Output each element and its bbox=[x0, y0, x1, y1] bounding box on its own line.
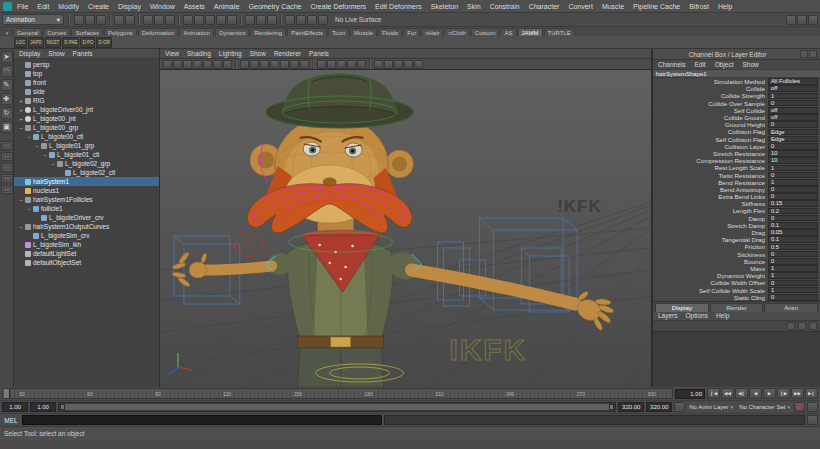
go-to-start-button[interactable]: ❙◀ bbox=[707, 388, 720, 399]
lock-camera-icon[interactable] bbox=[173, 60, 182, 69]
shelf-tab-animation[interactable]: Animation bbox=[179, 28, 214, 36]
range-slider-track[interactable] bbox=[58, 402, 616, 412]
channel-attr-value[interactable]: 0 bbox=[768, 280, 818, 287]
shelf-button-d-po[interactable]: D PO bbox=[80, 37, 95, 48]
character-set-dropdown[interactable]: No Character Set ▾ bbox=[737, 404, 792, 410]
shelf-tab-as[interactable]: AS bbox=[500, 28, 516, 36]
selection-mask-component-icon[interactable] bbox=[165, 15, 175, 25]
shadows-icon[interactable] bbox=[357, 60, 366, 69]
go-to-end-button[interactable]: ▶❙ bbox=[805, 388, 818, 399]
snap-view-plane-icon[interactable] bbox=[227, 15, 237, 25]
playback-start-field[interactable]: 1.00 bbox=[30, 402, 56, 412]
isolate-select-icon[interactable] bbox=[414, 60, 423, 69]
outliner-item-l-bigotedriver00-jnt[interactable]: +L_bigoteDriver00_jnt bbox=[14, 105, 159, 114]
layer-list[interactable] bbox=[653, 331, 820, 387]
menu-create-deformers[interactable]: Create Deformers bbox=[310, 3, 366, 10]
ikfk-switch-text-lower[interactable]: IKFK bbox=[449, 333, 527, 366]
field-chart-icon[interactable] bbox=[280, 60, 289, 69]
textured-mode-icon[interactable] bbox=[337, 60, 346, 69]
shelf-tab-fur[interactable]: Fur bbox=[403, 28, 420, 36]
step-forward-key-button[interactable]: ▶▶ bbox=[791, 388, 804, 399]
channel-attr-value[interactable]: 0.1 bbox=[768, 236, 818, 243]
viewport-menu-show[interactable]: Show bbox=[250, 50, 266, 57]
paint-select-tool-icon[interactable]: ✎ bbox=[1, 79, 13, 91]
outliner-item-side[interactable]: side bbox=[14, 87, 159, 96]
outliner-item-follicle1[interactable]: −follicle1 bbox=[14, 204, 159, 213]
outliner-item-rig[interactable]: +RIG bbox=[14, 96, 159, 105]
channel-attr-value[interactable]: 0 bbox=[768, 215, 818, 222]
outliner-item-l-bigote01-ctl[interactable]: −L_bigote01_ctl bbox=[14, 150, 159, 159]
shelf-tab-painteffects[interactable]: PaintEffects bbox=[287, 28, 327, 36]
snap-curve-icon[interactable] bbox=[194, 15, 204, 25]
menu-animate[interactable]: Animate bbox=[214, 3, 240, 10]
step-back-frame-button[interactable]: ◀❙ bbox=[735, 388, 748, 399]
shelf-tab-toon[interactable]: Toon bbox=[328, 28, 349, 36]
menu-create[interactable]: Create bbox=[88, 3, 109, 10]
outliner-item-hairsystem1follicles[interactable]: −hairSystem1Follicles bbox=[14, 195, 159, 204]
expand-toggle-icon[interactable]: − bbox=[17, 197, 25, 203]
menu-display[interactable]: Display bbox=[118, 3, 141, 10]
selection-mask-object-icon[interactable] bbox=[154, 15, 164, 25]
channel-attr-value[interactable]: 0 bbox=[768, 121, 818, 128]
film-gate-icon[interactable] bbox=[250, 60, 259, 69]
render-settings-icon[interactable] bbox=[318, 15, 328, 25]
undo-icon[interactable] bbox=[114, 15, 124, 25]
expand-toggle-icon[interactable]: + bbox=[17, 116, 25, 122]
image-plane-icon[interactable] bbox=[203, 60, 212, 69]
expand-toggle-icon[interactable]: − bbox=[49, 161, 57, 167]
viewport-menu-view[interactable]: View bbox=[165, 50, 179, 57]
ipr-render-icon[interactable] bbox=[307, 15, 317, 25]
channel-attr-value[interactable]: 1 bbox=[768, 93, 818, 100]
animation-preferences-icon[interactable] bbox=[807, 402, 818, 412]
shelf-tab-curves[interactable]: Curves bbox=[43, 28, 70, 36]
expand-toggle-icon[interactable]: − bbox=[17, 125, 25, 131]
channel-attr-value[interactable]: off bbox=[768, 114, 818, 121]
play-forward-button[interactable]: ▶ bbox=[763, 388, 776, 399]
snap-point-icon[interactable] bbox=[205, 15, 215, 25]
channel-box-menu-show[interactable]: Show bbox=[742, 61, 758, 68]
shelf-tab-nhair[interactable]: nHair bbox=[421, 28, 443, 36]
shelf-button-d-or[interactable]: D OR bbox=[96, 37, 111, 48]
layer-editor-menu-options[interactable]: Options bbox=[686, 312, 708, 319]
menu-convert[interactable]: Convert bbox=[568, 3, 593, 10]
time-slider-track[interactable]: 306090120150180210240270300 bbox=[2, 388, 673, 399]
attribute-editor-toggle-icon[interactable] bbox=[797, 15, 807, 25]
layer-editor-menu-help[interactable]: Help bbox=[716, 312, 729, 319]
channel-attr-value[interactable]: 0 bbox=[768, 193, 818, 200]
channel-attr-value[interactable]: 0 bbox=[768, 251, 818, 258]
menu-edit[interactable]: Edit bbox=[37, 3, 49, 10]
menu-bifrost[interactable]: Bifrost bbox=[689, 3, 709, 10]
channel-attr-value[interactable]: off bbox=[768, 107, 818, 114]
outliner-item-hairsystem1[interactable]: hairSystem1 bbox=[14, 177, 159, 186]
channel-attr-value[interactable]: 0 bbox=[768, 186, 818, 193]
menu-file[interactable]: File bbox=[17, 3, 28, 10]
range-start-handle[interactable] bbox=[60, 404, 65, 410]
shelf-button-ngst[interactable]: NGST bbox=[45, 37, 62, 48]
command-language-toggle[interactable]: MEL bbox=[2, 417, 20, 424]
outliner-item-front[interactable]: front bbox=[14, 78, 159, 87]
make-live-icon[interactable] bbox=[245, 15, 255, 25]
menu-skeleton[interactable]: Skeleton bbox=[431, 3, 458, 10]
outliner-item-defaultobjectset[interactable]: defaultObjectSet bbox=[14, 258, 159, 267]
shelf-tab-ncloth[interactable]: nCloth bbox=[444, 28, 469, 36]
motion-blur-icon[interactable] bbox=[384, 60, 393, 69]
rotate-tool-icon[interactable]: ↻ bbox=[1, 107, 13, 119]
current-frame-field[interactable]: 1.00 bbox=[675, 389, 705, 399]
panel-menu-icon[interactable] bbox=[809, 50, 817, 58]
shelf-tab-custom[interactable]: Custom bbox=[471, 28, 500, 36]
play-backwards-button[interactable]: ◀ bbox=[749, 388, 762, 399]
channel-attr-value[interactable]: 0.2 bbox=[768, 208, 818, 215]
channel-attr-value[interactable]: 0 bbox=[768, 258, 818, 265]
shelf-tab-polygons[interactable]: Polygons bbox=[104, 28, 137, 36]
viewport-canvas[interactable]: IKFK bbox=[160, 70, 651, 387]
channel-attr-value[interactable]: 0.15 bbox=[768, 200, 818, 207]
viewport-menu-panels[interactable]: Panels bbox=[309, 50, 329, 57]
menu-assets[interactable]: Assets bbox=[184, 3, 205, 10]
xray-icon[interactable] bbox=[404, 60, 413, 69]
new-layer-from-selected-icon[interactable] bbox=[798, 322, 806, 330]
viewport-menu-shading[interactable]: Shading bbox=[187, 50, 211, 57]
outliner-menu-panels[interactable]: Panels bbox=[73, 50, 93, 57]
command-input[interactable] bbox=[22, 415, 382, 425]
expand-toggle-icon[interactable]: − bbox=[33, 143, 41, 149]
2d-pan-zoom-icon[interactable] bbox=[213, 60, 222, 69]
